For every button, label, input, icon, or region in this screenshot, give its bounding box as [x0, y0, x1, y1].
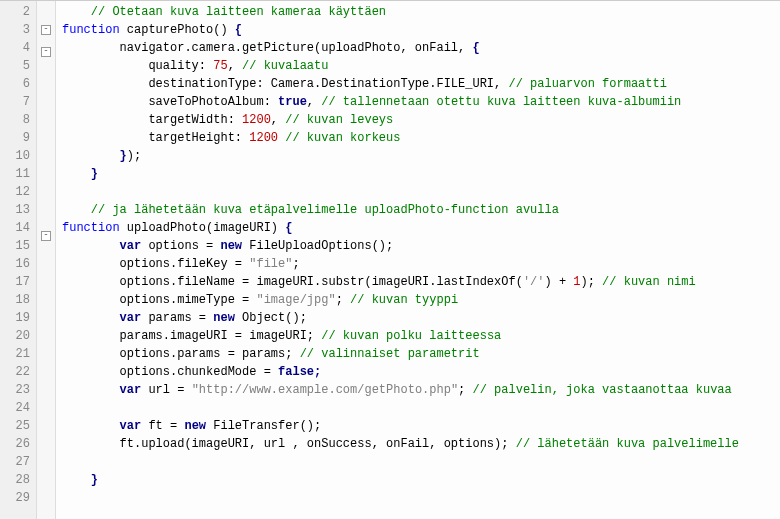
line-number: 21 [4, 345, 30, 363]
line-number: 23 [4, 381, 30, 399]
fold-marker [39, 285, 53, 303]
code-line[interactable]: options.fileKey = "file"; [62, 255, 739, 273]
line-number: 6 [4, 75, 30, 93]
line-number: 17 [4, 273, 30, 291]
line-number: 8 [4, 111, 30, 129]
line-number: 26 [4, 435, 30, 453]
fold-marker [39, 447, 53, 465]
code-line[interactable]: quality: 75, // kuvalaatu [62, 57, 739, 75]
fold-marker [39, 483, 53, 501]
fold-marker [39, 209, 53, 227]
code-line[interactable]: params.imageURI = imageURI; // kuvan pol… [62, 327, 739, 345]
line-number: 14 [4, 219, 30, 237]
code-line[interactable]: var options = new FileUploadOptions(); [62, 237, 739, 255]
line-number-gutter: 2345678910111213141516171819202122232425… [0, 1, 37, 519]
code-line[interactable] [62, 489, 739, 507]
line-number: 15 [4, 237, 30, 255]
fold-marker [39, 137, 53, 155]
line-number: 7 [4, 93, 30, 111]
fold-marker [39, 501, 53, 519]
code-line[interactable]: }); [62, 147, 739, 165]
line-number: 27 [4, 453, 30, 471]
code-area[interactable]: // Otetaan kuva laitteen kameraa käyttäe… [56, 1, 745, 519]
code-line[interactable]: var url = "http://www.example.com/getPho… [62, 381, 739, 399]
fold-marker [39, 411, 53, 429]
line-number: 3 [4, 21, 30, 39]
code-line[interactable] [62, 399, 739, 417]
code-line[interactable]: var params = new Object(); [62, 309, 739, 327]
fold-marker [39, 393, 53, 411]
fold-marker [39, 429, 53, 447]
line-number: 10 [4, 147, 30, 165]
code-line[interactable]: var ft = new FileTransfer(); [62, 417, 739, 435]
code-line[interactable] [62, 183, 739, 201]
line-number: 16 [4, 255, 30, 273]
fold-marker [39, 321, 53, 339]
fold-marker [39, 3, 53, 21]
code-line[interactable]: function uploadPhoto(imageURI) { [62, 219, 739, 237]
code-line[interactable]: } [62, 165, 739, 183]
line-number: 12 [4, 183, 30, 201]
code-line[interactable]: // ja lähetetään kuva etäpalvelimelle up… [62, 201, 739, 219]
line-number: 19 [4, 309, 30, 327]
line-number: 4 [4, 39, 30, 57]
line-number: 18 [4, 291, 30, 309]
code-line[interactable]: options.params = params; // valinnaiset … [62, 345, 739, 363]
fold-marker [39, 375, 53, 393]
fold-marker[interactable]: - [39, 231, 53, 249]
code-line[interactable]: targetWidth: 1200, // kuvan leveys [62, 111, 739, 129]
code-line[interactable]: saveToPhotoAlbum: true, // tallennetaan … [62, 93, 739, 111]
line-number: 2 [4, 3, 30, 21]
fold-marker [39, 249, 53, 267]
code-line[interactable]: options.mimeType = "image/jpg"; // kuvan… [62, 291, 739, 309]
code-line[interactable]: } [62, 471, 739, 489]
code-line[interactable]: destinationType: Camera.DestinationType.… [62, 75, 739, 93]
code-line[interactable]: function capturePhoto() { [62, 21, 739, 39]
code-line[interactable]: options.chunkedMode = false; [62, 363, 739, 381]
line-number: 20 [4, 327, 30, 345]
line-number: 13 [4, 201, 30, 219]
fold-marker[interactable]: - [39, 25, 53, 43]
fold-marker [39, 65, 53, 83]
code-line[interactable] [62, 453, 739, 471]
line-number: 11 [4, 165, 30, 183]
fold-marker[interactable]: - [39, 47, 53, 65]
line-number: 29 [4, 489, 30, 507]
fold-marker [39, 465, 53, 483]
fold-marker [39, 191, 53, 209]
line-number: 24 [4, 399, 30, 417]
code-line[interactable]: // Otetaan kuva laitteen kameraa käyttäe… [62, 3, 739, 21]
code-line[interactable]: options.fileName = imageURI.substr(image… [62, 273, 739, 291]
line-number: 22 [4, 363, 30, 381]
fold-marker [39, 303, 53, 321]
fold-marker [39, 83, 53, 101]
fold-marker [39, 101, 53, 119]
code-line[interactable]: targetHeight: 1200 // kuvan korkeus [62, 129, 739, 147]
code-line[interactable]: ft.upload(imageURI, url , onSuccess, onF… [62, 435, 739, 453]
line-number: 25 [4, 417, 30, 435]
code-editor: 2345678910111213141516171819202122232425… [0, 0, 780, 519]
fold-marker [39, 267, 53, 285]
line-number: 9 [4, 129, 30, 147]
line-number: 28 [4, 471, 30, 489]
fold-gutter: --- [37, 1, 56, 519]
code-line[interactable]: navigator.camera.getPicture(uploadPhoto,… [62, 39, 739, 57]
line-number: 5 [4, 57, 30, 75]
fold-marker [39, 155, 53, 173]
fold-marker [39, 173, 53, 191]
fold-marker [39, 339, 53, 357]
fold-marker [39, 119, 53, 137]
fold-marker [39, 357, 53, 375]
